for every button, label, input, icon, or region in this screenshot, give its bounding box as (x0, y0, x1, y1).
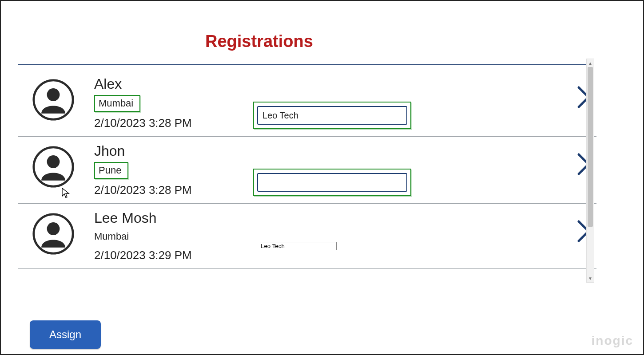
brand-watermark: inogic (592, 334, 633, 348)
assign-button[interactable]: Assign (30, 320, 101, 349)
scroll-down-icon[interactable]: ▼ (587, 274, 594, 282)
svg-point-1 (47, 88, 60, 101)
page-title: Registrations (1, 32, 643, 51)
list-item[interactable]: Alex Mumbai 2/10/2023 3:28 PM (18, 70, 596, 137)
city-badge: Pune (94, 162, 128, 179)
registrant-name: Alex (94, 76, 258, 92)
header-divider (18, 64, 590, 65)
svg-point-3 (47, 155, 60, 168)
registration-timestamp: 2/10/2023 3:28 PM (94, 116, 258, 130)
registrant-name: Lee Mosh (94, 210, 258, 226)
registration-timestamp: 2/10/2023 3:28 PM (94, 183, 258, 197)
company-highlight (253, 102, 411, 129)
company-field-wrap (253, 102, 411, 129)
list-item-info: Lee Mosh Mumbai 2/10/2023 3:29 PM (94, 210, 258, 262)
company-input[interactable] (260, 242, 337, 250)
avatar-icon (32, 213, 75, 255)
list-item[interactable]: Jhon Pune 2/10/2023 3:28 PM (18, 137, 596, 204)
company-field-wrap (253, 169, 411, 196)
list-item[interactable]: Lee Mosh Mumbai 2/10/2023 3:29 PM (18, 204, 596, 269)
vertical-scrollbar[interactable]: ▲ ▼ (586, 59, 594, 283)
city-text: Mumbai (94, 229, 258, 244)
city-badge: Mumbai (94, 95, 140, 112)
avatar-icon (32, 146, 75, 188)
scroll-thumb[interactable] (588, 67, 593, 227)
scroll-up-icon[interactable]: ▲ (587, 59, 594, 67)
company-highlight (253, 169, 411, 196)
registration-timestamp: 2/10/2023 3:29 PM (94, 248, 258, 262)
registrant-name: Jhon (94, 143, 258, 159)
company-input[interactable] (257, 173, 407, 192)
avatar-icon (32, 79, 75, 121)
company-input[interactable] (257, 106, 407, 125)
svg-point-5 (47, 222, 60, 235)
list-item-info: Jhon Pune 2/10/2023 3:28 PM (94, 143, 258, 197)
company-field-wrap (260, 242, 337, 250)
list-item-info: Alex Mumbai 2/10/2023 3:28 PM (94, 76, 258, 130)
app-frame: Registrations Alex Mumbai 2/10/2023 3:28… (0, 0, 644, 355)
registration-list: Alex Mumbai 2/10/2023 3:28 PM Jhon Pune … (18, 70, 596, 283)
